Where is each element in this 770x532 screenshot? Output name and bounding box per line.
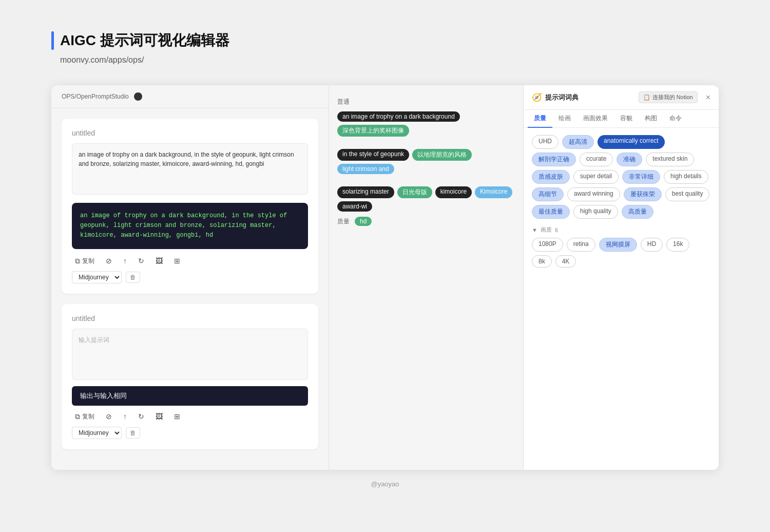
output-same-button[interactable]: 输出与输入相同 <box>72 386 308 406</box>
tab-painting[interactable]: 绘画 <box>552 110 577 128</box>
tag-kimoicore-cap[interactable]: Kimoicore <box>475 186 512 198</box>
dtag-hd[interactable]: HD <box>641 238 663 252</box>
card1-output: an image of trophy on a dark background,… <box>72 203 308 249</box>
cancel-button-2[interactable]: ⊘ <box>103 411 115 422</box>
dtag-textured-skin-cn[interactable]: 质感皮肤 <box>532 170 570 184</box>
tag-light-crimson[interactable]: light crimson and <box>337 164 394 174</box>
dtag-anatomically[interactable]: anatomically correct <box>598 135 665 149</box>
dict-header: 🧭 提示词词典 📋 连接我的 Notion × <box>524 85 719 110</box>
dtag-accurate[interactable]: ccurate <box>580 153 613 166</box>
left-content: untitled an image of trophy on a dark ba… <box>51 108 329 470</box>
dtag-1080p[interactable]: 1080P <box>532 238 563 252</box>
level-row-3: solarizing master 日光母版 kimoicore Kimoico… <box>337 179 515 212</box>
dtag-high-details-cn[interactable]: 高细节 <box>532 187 564 201</box>
tag-kimoicore[interactable]: kimoicore <box>435 186 472 198</box>
image-icon: 🖼 <box>156 257 163 265</box>
tag-solarizing[interactable]: solarizing master <box>337 186 394 198</box>
copy-icon-2: ⧉ <box>75 412 80 421</box>
dtag-award-winning-cn[interactable]: 屡获殊荣 <box>624 187 662 201</box>
cancel-button-1[interactable]: ⊘ <box>103 255 115 267</box>
dtag-uhd[interactable]: UHD <box>532 135 559 149</box>
model-select-row-1: Midjourney 🗑 <box>72 271 308 283</box>
dtag-retina-cn[interactable]: 视网膜屏 <box>599 238 637 252</box>
model-select-1[interactable]: Midjourney <box>72 271 122 283</box>
dtag-best-quality[interactable]: best quality <box>665 187 710 201</box>
refresh-button-1[interactable]: ↻ <box>135 255 147 267</box>
breadcrumb: OPS/OpenPromptStudio <box>51 85 329 108</box>
dtag-accurate-cn[interactable]: 准确 <box>617 153 642 166</box>
dict-icon: 🧭 <box>532 92 542 102</box>
copy-button-2[interactable]: ⧉ 复制 <box>72 411 98 423</box>
dtag-award-winning[interactable]: award winning <box>567 187 620 201</box>
tag-geopunk[interactable]: in the style of geopunk <box>337 149 409 161</box>
up-button-2[interactable]: ↑ <box>120 411 130 422</box>
dict-tabs: 质量 绘画 画面效果 容貌 构图 命令 <box>524 110 719 128</box>
tab-composition[interactable]: 构图 <box>639 110 663 128</box>
tag-trophy-dark[interactable]: an image of trophy on a dark background <box>337 111 460 122</box>
up-button-1[interactable]: ↑ <box>120 255 130 267</box>
level-label-2 <box>337 142 352 144</box>
copy-button-1[interactable]: ⧉ 复制 <box>72 255 98 267</box>
breadcrumb-text: OPS/OpenPromptStudio <box>62 93 129 100</box>
dtag-anatomically-cn[interactable]: 解剖学正确 <box>532 153 576 166</box>
resolution-title[interactable]: ▼ 画质 6 <box>532 226 710 234</box>
prompt-card-1: untitled an image of trophy on a dark ba… <box>62 119 318 294</box>
share-button-1[interactable]: ⊞ <box>171 255 183 267</box>
quality-hd-tag[interactable]: hd <box>355 217 372 226</box>
tags-row-1: an image of trophy on a dark background … <box>337 111 515 137</box>
up-icon-2: ↑ <box>123 412 127 421</box>
level-row-1: 普通 an image of trophy on a dark backgrou… <box>337 96 515 137</box>
dtag-retina[interactable]: retina <box>567 238 595 252</box>
tab-commands[interactable]: 命令 <box>663 110 688 128</box>
right-panel: 🧭 提示词词典 📋 连接我的 Notion × 质量 绘画 画面效果 容貌 构图 <box>524 85 719 470</box>
tags-row-3: solarizing master 日光母版 kimoicore Kimoico… <box>337 186 515 212</box>
dtag-high-quality[interactable]: high quality <box>573 205 618 219</box>
dict-title: 🧭 提示词词典 <box>532 92 579 102</box>
refresh-icon: ↻ <box>138 257 144 265</box>
dict-close-button[interactable]: × <box>702 93 710 102</box>
model-select-2[interactable]: Midjourney <box>72 427 122 439</box>
github-icon[interactable] <box>134 92 142 101</box>
footer-credit: @yaoyao <box>51 470 719 498</box>
quality-section: UHD 超高清 anatomically correct 解剖学正确 ccura… <box>532 135 710 219</box>
delete-button-1[interactable]: 🗑 <box>126 272 140 283</box>
title-bar-decoration <box>51 31 54 50</box>
dtag-textured-skin[interactable]: textured skin <box>646 153 694 166</box>
resolution-section: ▼ 画质 6 1080P retina 视网膜屏 HD 16k 8k 4K <box>532 226 710 268</box>
dict-body: UHD 超高清 anatomically correct 解剖学正确 ccura… <box>524 128 719 470</box>
tag-geopunk-cn[interactable]: 以地理朋克的风格 <box>412 149 472 161</box>
dtag-4k[interactable]: 4K <box>555 255 576 268</box>
tag-award-wi[interactable]: award-wi <box>337 201 372 212</box>
prompt-textarea-2[interactable] <box>72 329 308 380</box>
tab-effects[interactable]: 画面效果 <box>577 110 614 128</box>
card2-title: untitled <box>72 314 308 322</box>
notion-icon: 📋 <box>643 94 650 101</box>
image-button-2[interactable]: 🖼 <box>152 411 166 422</box>
tag-solarizing-cn[interactable]: 日光母版 <box>397 186 432 198</box>
prompt-card-2: untitled 输出与输入相同 ⧉ 复制 ⊘ ↑ <box>62 304 318 449</box>
dtag-super-detail[interactable]: super detail <box>573 170 619 184</box>
dtag-high-quality-cn[interactable]: 高质量 <box>622 205 653 219</box>
dtag-high-details[interactable]: high details <box>664 170 708 184</box>
tab-appearance[interactable]: 容貌 <box>614 110 639 128</box>
dtag-8k[interactable]: 8k <box>532 255 552 268</box>
middle-panel: 普通 an image of trophy on a dark backgrou… <box>329 85 524 470</box>
dtag-best-quality-cn[interactable]: 最佳质量 <box>532 205 570 219</box>
dtag-super-detail-cn[interactable]: 非常详细 <box>622 170 660 184</box>
delete-button-2[interactable]: 🗑 <box>126 427 140 439</box>
tab-quality[interactable]: 质量 <box>528 110 552 128</box>
share-icon: ⊞ <box>174 257 180 265</box>
image-button-1[interactable]: 🖼 <box>152 255 166 267</box>
up-icon: ↑ <box>123 257 127 265</box>
tag-trophy-cn[interactable]: 深色背景上的奖杯图像 <box>337 125 409 137</box>
collapse-icon: ▼ <box>532 227 537 233</box>
prompt-textarea-1[interactable]: an image of trophy on a dark background,… <box>72 143 308 195</box>
image-icon-2: 🖼 <box>156 412 163 421</box>
refresh-button-2[interactable]: ↻ <box>135 411 147 422</box>
app-container: OPS/OpenPromptStudio untitled an image o… <box>51 85 719 470</box>
notion-connect-button[interactable]: 📋 连接我的 Notion <box>639 91 698 103</box>
share-button-2[interactable]: ⊞ <box>171 411 183 422</box>
dtag-uhd-cn[interactable]: 超高清 <box>562 135 594 149</box>
dtag-16k[interactable]: 16k <box>666 238 689 252</box>
share-icon-2: ⊞ <box>174 412 180 421</box>
